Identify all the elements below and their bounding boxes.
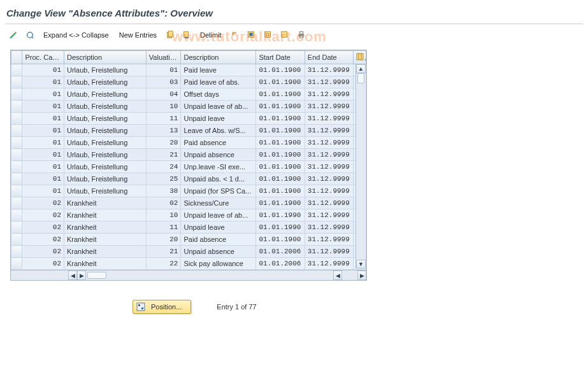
cell-valuation[interactable]: 10 [146,101,181,113]
position-button[interactable]: Position... [133,300,191,314]
cell-description2[interactable]: Leave of Abs. w/S... [181,125,256,137]
cell-start-date[interactable]: 01.01.1900 [256,234,305,246]
select-block-icon[interactable] [262,29,274,41]
cell-start-date[interactable]: 01.01.1900 [256,88,305,101]
cell-start-date[interactable]: 01.01.1900 [256,173,305,185]
cell-proc[interactable]: 01 [22,185,64,197]
scroll-left-button-2[interactable]: ◀ [333,271,342,280]
cell-description2[interactable]: Offset days [181,88,256,101]
cell-description[interactable]: Urlaub, Freistellung [64,101,146,113]
row-handle[interactable] [11,222,22,234]
hscroll-thumb-left[interactable] [87,272,106,279]
delimit-button[interactable]: Delimit [197,30,224,40]
cell-description[interactable]: Urlaub, Freistellung [64,185,146,197]
scroll-up-button[interactable]: ▲ [356,64,366,73]
delete-icon[interactable] [181,29,192,41]
print-icon[interactable] [296,29,307,41]
vscroll-thumb[interactable] [357,73,364,83]
table-row[interactable]: 02Krankheit20Paid absence01.01.190031.12… [11,234,366,246]
cell-proc[interactable]: 01 [22,113,64,125]
cell-description2[interactable]: Unpaid leave of ab... [181,209,256,222]
horizontal-scrollbar[interactable]: ◀ ▶ ◀ ▶ [11,270,366,280]
scroll-left-button[interactable]: ◀ [68,271,77,280]
column-header-description2[interactable]: Description [181,51,256,64]
column-header-end-date[interactable]: End Date [305,51,353,64]
new-entries-button[interactable]: New Entries [117,30,159,40]
row-handle[interactable] [11,209,22,222]
cell-proc[interactable]: 02 [22,209,64,222]
cell-end-date[interactable]: 31.12.9999 [305,76,353,88]
cell-description2[interactable]: Sickness/Cure [181,197,256,209]
cell-proc[interactable]: 01 [22,173,64,185]
cell-description2[interactable]: Paid leave [181,64,256,76]
cell-description2[interactable]: Paid leave of abs. [181,76,256,88]
table-row[interactable]: 01Urlaub, Freistellung20Paid absence01.0… [11,137,366,149]
cell-proc[interactable]: 02 [22,222,64,234]
cell-start-date[interactable]: 01.01.1900 [256,161,305,173]
cell-description2[interactable]: Sick pay allowance [181,258,256,270]
row-handle[interactable] [11,125,22,137]
table-row[interactable]: 02Krankheit22Sick pay allowance01.01.200… [11,258,366,270]
cell-description2[interactable]: Unpaid (for SPS Ca... [181,185,256,197]
row-handle[interactable] [11,101,22,113]
cell-start-date[interactable]: 01.01.1900 [256,197,305,209]
cell-valuation[interactable]: 04 [146,88,181,101]
expand-collapse-button[interactable]: Expand <-> Collapse [41,30,111,40]
hscroll-track-right[interactable] [342,271,357,280]
cell-end-date[interactable]: 31.12.9999 [305,234,353,246]
change-display-icon[interactable] [8,29,19,41]
row-handle[interactable] [11,234,22,246]
cell-description[interactable]: Krankheit [64,246,146,258]
cell-start-date[interactable]: 01.01.2006 [256,246,305,258]
cell-description[interactable]: Urlaub, Freistellung [64,76,146,88]
cell-description[interactable]: Urlaub, Freistellung [64,125,146,137]
cell-valuation[interactable]: 11 [146,222,181,234]
other-view-icon[interactable] [24,29,36,41]
cell-description[interactable]: Urlaub, Freistellung [64,88,146,101]
cell-valuation[interactable]: 01 [146,64,181,76]
cell-description2[interactable]: Unpaid leave [181,113,256,125]
cell-description[interactable]: Urlaub, Freistellung [64,64,146,76]
undo-icon[interactable] [229,29,241,41]
cell-valuation[interactable]: 11 [146,113,181,125]
table-row[interactable]: 02Krankheit02Sickness/Cure01.01.190031.1… [11,197,366,209]
cell-description[interactable]: Krankheit [64,209,146,222]
cell-end-date[interactable]: 31.12.9999 [305,246,353,258]
cell-start-date[interactable]: 01.01.1900 [256,64,305,76]
row-handle[interactable] [11,161,22,173]
scroll-right-button-2[interactable]: ▶ [357,271,366,280]
row-handle[interactable] [11,185,22,197]
scroll-right-button[interactable]: ▶ [77,271,86,280]
cell-start-date[interactable]: 01.01.1900 [256,185,305,197]
cell-valuation[interactable]: 25 [146,173,181,185]
cell-description[interactable]: Krankheit [64,258,146,270]
cell-description[interactable]: Krankheit [64,234,146,246]
cell-end-date[interactable]: 31.12.9999 [305,209,353,222]
cell-proc[interactable]: 02 [22,234,64,246]
cell-proc[interactable]: 02 [22,258,64,270]
row-handle[interactable] [11,173,22,185]
table-row[interactable]: 01Urlaub, Freistellung04Offset days01.01… [11,88,366,101]
row-handle[interactable] [11,197,22,209]
cell-description2[interactable]: Unp.leave -SI exe... [181,161,256,173]
cell-description2[interactable]: Paid absence [181,137,256,149]
table-row[interactable]: 02Krankheit11Unpaid leave01.01.199031.12… [11,222,366,234]
cell-end-date[interactable]: 31.12.9999 [305,197,353,209]
cell-end-date[interactable]: 31.12.9999 [305,137,353,149]
cell-proc[interactable]: 01 [22,64,64,76]
cell-description2[interactable]: Unpaid absence [181,246,256,258]
cell-start-date[interactable]: 01.01.1900 [256,76,305,88]
cell-description[interactable]: Krankheit [64,197,146,209]
cell-end-date[interactable]: 31.12.9999 [305,161,353,173]
cell-proc[interactable]: 01 [22,76,64,88]
cell-end-date[interactable]: 31.12.9999 [305,173,353,185]
row-handle[interactable] [11,246,22,258]
deselect-all-icon[interactable] [279,29,290,41]
cell-description[interactable]: Krankheit [64,222,146,234]
row-handle[interactable] [11,137,22,149]
table-row[interactable]: 01Urlaub, Freistellung03Paid leave of ab… [11,76,366,88]
row-handle[interactable] [11,258,22,270]
table-row[interactable]: 01Urlaub, Freistellung24Unp.leave -SI ex… [11,161,366,173]
vertical-scrollbar[interactable]: ▲ ▼ [355,64,366,269]
cell-valuation[interactable]: 38 [146,185,181,197]
